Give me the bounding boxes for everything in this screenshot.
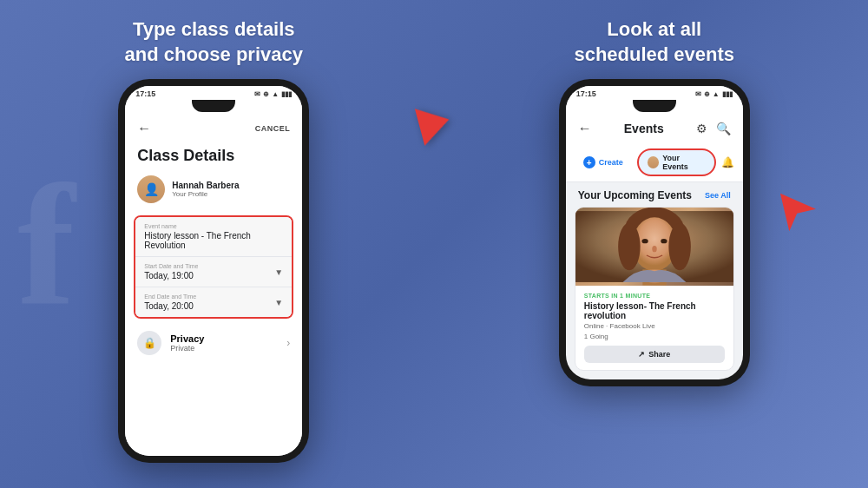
bg-watermark: f: [17, 145, 76, 344]
bell-icon[interactable]: 🔔: [721, 156, 734, 168]
back-button-1[interactable]: ←: [137, 121, 151, 136]
event-name-field[interactable]: Event name History lesson - The French R…: [135, 217, 292, 257]
wifi-icon-2: ▲: [713, 90, 720, 98]
tab-your-events[interactable]: Your Events: [637, 148, 716, 176]
event-name-label: Event name: [144, 223, 283, 229]
svg-point-3: [618, 223, 640, 271]
privacy-row[interactable]: 🔒 Privacy Private ›: [125, 322, 302, 364]
time-1: 17:15: [135, 89, 155, 98]
svg-marker-9: [767, 182, 816, 231]
your-events-label: Your Events: [662, 154, 706, 171]
see-all-button[interactable]: See All: [705, 191, 731, 200]
form-section: Event name History lesson - The French R…: [134, 215, 293, 319]
status-icons-1: ✉ ⊕ ▲ ▮▮▮: [254, 90, 292, 98]
svg-point-5: [641, 239, 648, 243]
wifi-icon: ▲: [272, 90, 279, 98]
event-details: STARTS IN 1 MINUTE History lesson- The F…: [575, 286, 733, 370]
profile-name: Hannah Barbera: [172, 181, 239, 190]
events-nav: ← Events ⚙ 🔍: [566, 114, 743, 143]
app-nav-1: ← CANCEL: [125, 114, 302, 143]
svg-point-4: [668, 223, 690, 271]
start-date-arrow: ▼: [274, 267, 283, 277]
status-icons-2: ✉ ⊕ ▲ ▮▮▮: [695, 90, 733, 98]
profile-row: 👤 Hannah Barbera Your Profile: [125, 172, 302, 212]
battery-icon: ▮▮▮: [281, 90, 292, 98]
profile-avatar: 👤: [137, 175, 165, 203]
panel-2-title: Look at all scheduled events: [574, 17, 734, 67]
notch-bar-1: [125, 100, 302, 114]
svg-point-6: [661, 239, 667, 243]
messenger-icon: ✉: [254, 90, 260, 98]
time-2: 17:15: [576, 89, 596, 98]
start-date-label: Start Date and Time: [144, 263, 283, 269]
privacy-label: Privacy: [170, 333, 204, 344]
start-date-value: Today, 19:00: [144, 271, 283, 280]
search-icon[interactable]: 🔍: [716, 122, 731, 135]
class-details-title: Class Details: [125, 143, 302, 172]
starts-in-badge: STARTS IN 1 MINUTE: [584, 293, 725, 299]
back-button-2[interactable]: ←: [578, 121, 592, 136]
lock-icon: 🔒: [137, 331, 161, 355]
panel-1-title: Type class details and choose privacy: [125, 17, 303, 67]
messenger-icon-2: ✉: [695, 90, 701, 98]
events-icons: ⚙ 🔍: [696, 122, 731, 135]
privacy-info: Privacy Private: [170, 333, 204, 353]
screen-1: Class Details 👤 Hannah Barbera Your Prof…: [125, 143, 302, 456]
panel-1: Type class details and choose privacy 17…: [26, 17, 402, 479]
signal-icon-2: ⊕: [704, 90, 710, 98]
phone-1: 17:15 ✉ ⊕ ▲ ▮▮▮ ← CANCEL: [118, 79, 309, 463]
upcoming-title: Your Upcoming Events: [578, 189, 692, 201]
event-name-card: History lesson- The French revolution: [584, 301, 725, 320]
event-name-value: History lesson - The French Revolution: [144, 231, 283, 250]
profile-sub: Your Profile: [172, 190, 239, 198]
privacy-value: Private: [170, 344, 204, 353]
phone-2: 17:15 ✉ ⊕ ▲ ▮▮▮ ← Events ⚙: [559, 79, 750, 386]
create-label: Create: [599, 158, 623, 167]
start-date-field[interactable]: Start Date and Time Today, 19:00 ▼: [135, 257, 292, 287]
event-card[interactable]: STARTS IN 1 MINUTE History lesson- The F…: [575, 207, 734, 371]
cancel-button[interactable]: CANCEL: [255, 124, 291, 133]
up-arrow-icon: [762, 178, 823, 239]
battery-icon-2: ▮▮▮: [722, 90, 733, 98]
phone-2-inner: 17:15 ✉ ⊕ ▲ ▮▮▮ ← Events ⚙: [566, 86, 743, 379]
event-image: [575, 208, 733, 286]
end-date-label: End Date and Time: [144, 293, 283, 300]
panel-2: Look at all scheduled events 17:15 ✉ ⊕ ▲…: [467, 17, 843, 479]
floating-arrow-container: [762, 178, 825, 242]
privacy-chevron-icon: ›: [286, 337, 290, 349]
share-button[interactable]: ↗ Share: [584, 346, 725, 363]
end-date-field[interactable]: End Date and Time Today, 20:00 ▼: [135, 287, 292, 317]
events-tabs: + Create Your Events 🔔: [566, 143, 743, 182]
status-bar-1: 17:15 ✉ ⊕ ▲ ▮▮▮: [125, 86, 302, 100]
end-date-value: Today, 20:00: [144, 301, 283, 311]
tab-create[interactable]: + Create: [575, 153, 632, 172]
gear-icon[interactable]: ⚙: [696, 122, 707, 135]
tab-avatar: [648, 156, 659, 168]
notch-2: [633, 100, 676, 112]
profile-info: Hannah Barbera Your Profile: [172, 181, 239, 198]
end-date-arrow: ▼: [274, 298, 283, 307]
plus-icon: +: [583, 156, 595, 168]
status-bar-2: 17:15 ✉ ⊕ ▲ ▮▮▮: [566, 86, 743, 100]
event-meta: Online · Facebook Live: [584, 322, 725, 330]
right-arrow-icon: [414, 101, 453, 146]
share-label: Share: [648, 350, 670, 359]
events-title: Events: [624, 122, 664, 135]
notch-bar-2: [566, 100, 743, 114]
event-going: 1 Going: [584, 333, 725, 340]
phone-1-inner: 17:15 ✉ ⊕ ▲ ▮▮▮ ← CANCEL: [125, 86, 302, 456]
main-layout: Type class details and choose privacy 17…: [0, 0, 868, 488]
upcoming-header: Your Upcoming Events See All: [566, 182, 743, 207]
svg-point-7: [652, 246, 656, 252]
signal-icon: ⊕: [263, 90, 269, 98]
notch-1: [192, 100, 235, 112]
avatar-face: 👤: [137, 175, 165, 203]
share-icon: ↗: [638, 350, 645, 359]
center-arrow: [419, 104, 450, 142]
